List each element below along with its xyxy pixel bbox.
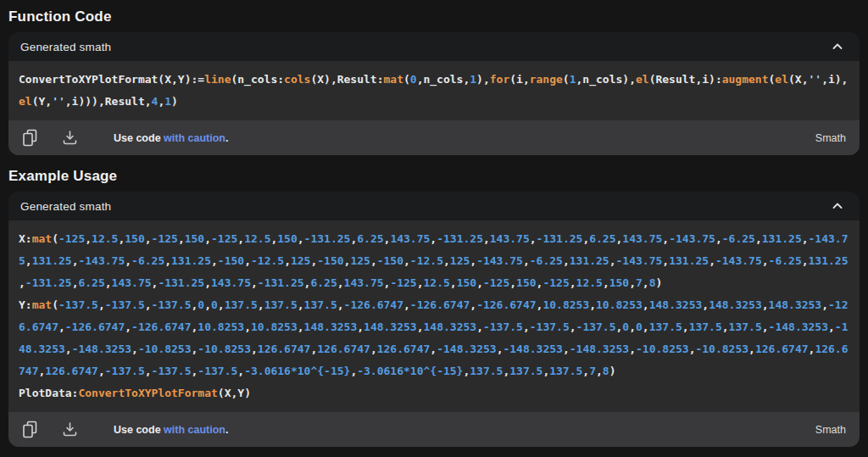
code-block-title: Generated smath [20, 200, 111, 213]
code-line: ConvertToXYPlotFormat(X,Y):=line(n_cols:… [19, 69, 849, 91]
code-block-title: Generated smath [20, 41, 111, 53]
code-line: ,-131.25,6.25,143.75,-131.25,143.75,-131… [19, 272, 849, 294]
function-code-block: Generated smath ConvertToXYPlotFormat(X,… [8, 32, 860, 155]
code-line: PlotData:ConvertToXYPlotFormat(X,Y) [19, 382, 849, 404]
copy-button[interactable] [20, 419, 40, 440]
code-line: 747,126.6747,-137.5,-137.5,-137.5,-3.061… [19, 360, 849, 382]
collapse-button[interactable] [829, 198, 846, 215]
download-button[interactable] [60, 420, 80, 439]
period-text: . [225, 132, 228, 144]
code-block-header[interactable]: Generated smath [8, 192, 860, 220]
use-code-note: Use code with caution. [114, 424, 228, 436]
section-title-example-usage: Example Usage [8, 168, 868, 185]
code-line: X:mat(-125,12.5,150,-125,150,-125,12.5,1… [19, 228, 849, 250]
use-code-text: Use code [114, 132, 164, 144]
copy-icon [22, 129, 38, 147]
download-icon [62, 421, 78, 437]
code-line: 6.6747,-126.6747,-126.6747,10.8253,10.82… [19, 316, 849, 338]
copy-button[interactable] [20, 127, 40, 148]
chevron-up-icon [831, 199, 844, 213]
brand-label: Smath [815, 424, 846, 436]
code-line: 48.3253,-148.3253,-10.8253,-10.8253,126.… [19, 338, 849, 360]
code-block-header[interactable]: Generated smath [8, 32, 860, 61]
section-title-function-code: Function Code [8, 8, 868, 25]
brand-label: Smath [815, 132, 846, 144]
use-code-text: Use code [114, 424, 164, 436]
with-caution-link[interactable]: with caution [164, 132, 225, 144]
code-area: ConvertToXYPlotFormat(X,Y):=line(n_cols:… [8, 61, 860, 120]
code-line: Y:mat(-137.5,-137.5,-137.5,0,0,137.5,137… [19, 294, 849, 316]
download-icon [62, 130, 78, 146]
code-block-footer: Use code with caution. Smath [8, 120, 860, 155]
chevron-up-icon [831, 40, 844, 53]
code-block-footer: Use code with caution. Smath [8, 412, 860, 447]
collapse-button[interactable] [829, 38, 846, 55]
period-text: . [225, 424, 228, 436]
code-line: el(Y,'',i))),Result,4,1) [19, 91, 849, 113]
copy-icon [22, 421, 38, 438]
with-caution-link[interactable]: with caution [164, 424, 225, 436]
code-area: X:mat(-125,12.5,150,-125,150,-125,12.5,1… [8, 220, 860, 412]
use-code-note: Use code with caution. [114, 132, 228, 144]
download-button[interactable] [60, 128, 80, 148]
code-line: 5,131.25,-143.75,-6.25,131.25,-150,-12.5… [19, 250, 849, 272]
example-usage-block: Generated smath X:mat(-125,12.5,150,-125… [8, 192, 860, 447]
